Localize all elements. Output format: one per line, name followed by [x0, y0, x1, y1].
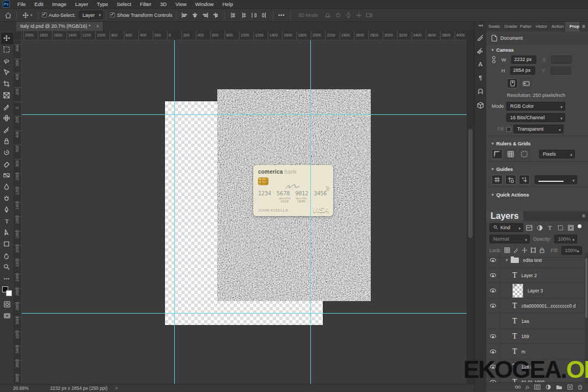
layer-visibility-toggle[interactable] — [486, 298, 500, 313]
rulers-toggle-icon[interactable] — [492, 149, 503, 159]
document-tab[interactable]: Italy id.psd @ 20.7% (RGB/16) * × — [16, 22, 103, 31]
tab-histor[interactable]: Histor — [534, 22, 549, 32]
menu-select[interactable]: Select — [112, 0, 135, 9]
group-expand-chevron[interactable]: ▾ — [506, 258, 508, 262]
rulers-grids-section-header[interactable]: ▾Rulers & Grids — [486, 138, 588, 149]
home-icon[interactable] — [3, 11, 13, 19]
history-brush-tool[interactable] — [1, 147, 13, 158]
close-tab-icon[interactable]: × — [96, 23, 99, 29]
crop-tool[interactable] — [1, 78, 13, 90]
layer-row[interactable]: T 1aa — [486, 314, 585, 329]
layer-visibility-toggle[interactable] — [486, 268, 500, 283]
quick-actions-section-header[interactable]: ▾Quick Actions — [486, 189, 588, 200]
zoom-tool[interactable] — [1, 261, 13, 273]
portrait-orientation-button[interactable] — [507, 78, 518, 88]
layer-row[interactable]: T Layer 2 — [486, 268, 585, 283]
menu-help[interactable]: Help — [218, 0, 237, 9]
layer-thumbnail[interactable]: T — [512, 317, 517, 326]
align-center-h-icon[interactable] — [191, 11, 200, 19]
layer-thumbnail[interactable]: T — [512, 332, 517, 341]
filter-smart-objects-icon[interactable] — [566, 224, 575, 231]
canvas-viewport[interactable]: comerica bank ))) 1234567890123456 VALID… — [22, 40, 467, 384]
distribute-h-center-icon[interactable] — [249, 11, 259, 19]
eraser-tool[interactable] — [1, 158, 13, 170]
status-chevron-icon[interactable]: > — [115, 385, 118, 391]
frame-tool[interactable] — [1, 90, 13, 101]
filter-type-layers-icon[interactable]: T — [546, 224, 554, 231]
menu-image[interactable]: Image — [48, 0, 71, 9]
horizontal-ruler[interactable]: 2000180016001400120010008006004002000200… — [22, 31, 467, 40]
layer-row[interactable]: ▾ edita text — [486, 253, 585, 268]
tab-gradie[interactable]: Gradie — [502, 22, 518, 32]
move-tool[interactable] — [1, 33, 13, 44]
tool-preset-chevron[interactable]: ▾ — [30, 13, 33, 17]
path-select-tool[interactable] — [1, 227, 13, 238]
layer-effects-icon[interactable]: fx — [526, 384, 530, 390]
horizontal-guide[interactable] — [22, 313, 467, 314]
panel-menu-icon[interactable]: ≡ — [579, 22, 588, 32]
layer-name[interactable]: Layer 2 — [522, 273, 537, 278]
vertical-guide[interactable] — [310, 40, 311, 384]
paragraph-panel-icon[interactable]: ¶ — [475, 72, 486, 84]
link-layers-icon[interactable] — [514, 384, 521, 390]
dodge-tool[interactable] — [1, 193, 13, 204]
menu-3d[interactable]: 3D — [156, 0, 171, 9]
shape-tool[interactable] — [1, 238, 13, 250]
layer-visibility-toggle[interactable] — [486, 314, 500, 328]
distribute-v-center-icon[interactable] — [239, 11, 248, 19]
smart-guides-toggle-icon[interactable] — [505, 175, 516, 185]
color-swatches[interactable] — [2, 286, 12, 296]
tab-properties[interactable]: Properties — [565, 22, 579, 32]
layer-visibility-toggle[interactable] — [486, 329, 500, 344]
bit-depth-dropdown[interactable]: 16 Bits/Channel — [506, 113, 565, 122]
layer-thumbnail[interactable] — [512, 284, 523, 298]
tab-action[interactable]: Action — [549, 22, 565, 32]
menu-filter[interactable]: Filter — [136, 0, 156, 9]
blur-tool[interactable] — [1, 181, 13, 193]
layer-visibility-toggle[interactable] — [486, 283, 500, 298]
menu-edit[interactable]: Edit — [30, 0, 47, 9]
photoshop-logo-icon[interactable]: Ps — [3, 1, 10, 8]
tab-swatc[interactable]: Swatc — [486, 22, 502, 32]
menu-layer[interactable]: Layer — [71, 0, 93, 9]
align-right-icon[interactable] — [201, 11, 210, 19]
layer-name[interactable]: Layer 3 — [528, 288, 543, 293]
guides-toggle-icon[interactable] — [492, 175, 503, 185]
brush-settings-panel-icon[interactable] — [475, 45, 486, 57]
zoom-level-field[interactable]: 20.66% — [13, 385, 35, 391]
background-color[interactable] — [6, 290, 12, 296]
layer-name[interactable]: 1aa — [522, 318, 529, 324]
lasso-tool[interactable] — [1, 56, 13, 67]
snap-toggle-icon[interactable] — [519, 149, 530, 159]
canvas-section-header[interactable]: ▾Canvas — [486, 45, 588, 56]
layer-row[interactable]: T c8a0000001...cccccccc0 d — [486, 298, 585, 314]
screen-mode-button[interactable] — [1, 310, 13, 321]
object-selection-tool[interactable] — [1, 67, 13, 78]
color-mode-dropdown[interactable]: RGB Color — [506, 102, 565, 111]
auto-select-target-dropdown[interactable]: Layer — [79, 11, 103, 19]
filter-adjustment-layers-icon[interactable] — [535, 224, 544, 231]
layer-mask-icon[interactable] — [534, 384, 541, 390]
align-left-icon[interactable] — [180, 11, 189, 19]
distribute-h-right-icon[interactable] — [260, 11, 269, 19]
layer-row[interactable]: T 169 — [486, 329, 585, 344]
eyedropper-tool[interactable] — [1, 101, 13, 113]
layer-filter-toggle[interactable] — [578, 224, 581, 228]
distribute-v-top-icon[interactable] — [229, 11, 238, 19]
height-field[interactable]: 2854 px — [510, 66, 535, 75]
clear-guides-icon[interactable] — [519, 175, 530, 185]
brushes-panel-icon[interactable] — [475, 31, 486, 43]
new-group-icon[interactable] — [556, 384, 562, 390]
new-layer-icon[interactable] — [567, 384, 573, 390]
fill-dropdown[interactable]: Transparent — [513, 125, 564, 133]
credit-card-layer[interactable]: comerica bank ))) 1234567890123456 VALID… — [253, 165, 333, 216]
align-top-icon[interactable] — [211, 11, 220, 19]
libraries-panel-icon[interactable] — [475, 99, 486, 111]
width-field[interactable]: 2232 px — [511, 56, 536, 64]
fill-checkbox[interactable] — [506, 127, 511, 132]
layer-name[interactable]: m — [522, 349, 525, 354]
adjustment-layer-icon[interactable] — [546, 384, 551, 390]
canvas-scrollbar[interactable] — [467, 31, 474, 384]
link-dimensions-icon[interactable] — [492, 56, 496, 63]
grid-toggle-icon[interactable] — [505, 149, 516, 159]
